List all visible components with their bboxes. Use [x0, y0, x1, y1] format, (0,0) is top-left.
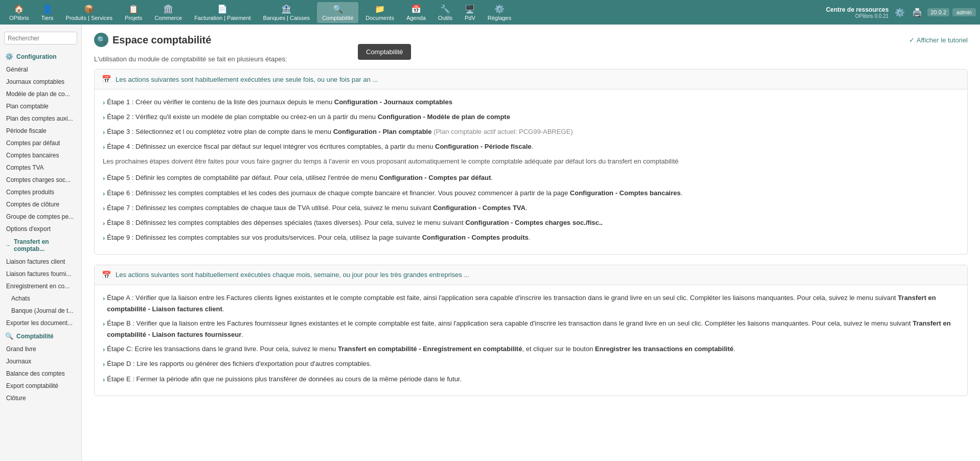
- sidebar-item-comptes-charges[interactable]: Comptes charges soc...: [0, 174, 81, 186]
- nav-produits[interactable]: 📦 Produits | Services: [61, 2, 118, 23]
- resource-title: Centre de ressources: [826, 6, 889, 13]
- arrow-icon-5: ›: [103, 173, 105, 184]
- nav-outils-label: Outils: [438, 15, 452, 21]
- step3-text: Étape 3 : Sélectionnez et l ou complétez…: [107, 126, 573, 137]
- sidebar-item-cloture[interactable]: Clôture: [0, 392, 81, 404]
- sidebar-item-comptes-bancaires[interactable]: Comptes bancaires: [0, 149, 81, 162]
- sidebar-item-plan-comptes-aux[interactable]: Plan des comptes auxi...: [0, 112, 81, 125]
- stepD: ›Étape D : Lire les rapports ou générer …: [103, 358, 959, 370]
- search-input[interactable]: [8, 35, 82, 42]
- commerce-icon: 🏛️: [163, 4, 173, 14]
- nav-pdv[interactable]: 🖥️ PdV: [460, 2, 481, 23]
- sidebar-item-exporter-documents[interactable]: Exporter les document...: [0, 317, 81, 329]
- stepB-text: Étape B : Vérifier que la liaison entre …: [107, 318, 959, 340]
- sidebar-item-modele-plan[interactable]: Modèle de plan de co...: [0, 88, 81, 100]
- configuration-section-icon: ⚙️: [5, 53, 13, 60]
- intro-text: L'utilisation du module de comptabilité …: [94, 55, 968, 63]
- nav-pdv-label: PdV: [465, 15, 475, 21]
- step8: ›Étape 8 : Définissez les comptes compta…: [103, 217, 959, 229]
- nav-agenda[interactable]: 📅 Agenda: [401, 2, 431, 23]
- sidebar-item-liaison-client[interactable]: Liaison factures client: [0, 256, 81, 268]
- step5-text: Étape 5 : Définir les comptes de comptab…: [107, 172, 493, 183]
- admin-badge[interactable]: admin: [952, 8, 976, 16]
- comptabilite-tooltip: Comptabilité: [358, 44, 411, 60]
- step1-text: Étape 1 : Créer ou vérifier le contenu d…: [107, 97, 452, 108]
- produits-icon: 📦: [84, 4, 94, 14]
- sidebar-section-transfert[interactable]: → Transfert en comptab...: [0, 235, 81, 256]
- nav-items-left: 🏠 OPlibris 👤 Tiers 📦 Produits | Services…: [4, 2, 826, 23]
- content-title-area: 🔍 Espace comptabilité: [94, 33, 211, 47]
- sidebar-search-container[interactable]: 🔍: [4, 32, 77, 44]
- step4: ›Étape 4 : Définissez un exercice fiscal…: [103, 141, 959, 153]
- transfert-title: Transfert en comptab...: [14, 238, 76, 252]
- sidebar-item-liaison-fournisseur[interactable]: Liaison factures fourni...: [0, 268, 81, 280]
- stepE: ›Étape E : Fermer la période afin que ne…: [103, 374, 959, 385]
- reglages-icon: ⚙️: [494, 4, 505, 14]
- nav-banques[interactable]: 🏦 Banques | Caisses: [258, 2, 315, 23]
- nav-documents-label: Documents: [366, 15, 394, 21]
- step9: ›Étape 9 : Définissez les comptes compta…: [103, 232, 959, 244]
- home-icon: 🏠: [14, 4, 24, 14]
- sidebar-item-comptes-produits[interactable]: Comptes produits: [0, 186, 81, 198]
- sidebar-item-enregistrement[interactable]: Enregistrement en co...: [0, 280, 81, 292]
- nav-reglages[interactable]: ⚙️ Réglages: [483, 2, 516, 23]
- nav-commerce-label: Commerce: [154, 15, 182, 21]
- nav-comptabilite-label: Comptabilité: [322, 15, 353, 21]
- sidebar-item-banque[interactable]: Banque (Journal de t...: [0, 305, 81, 317]
- print-icon-btn[interactable]: 🖨️: [910, 6, 924, 19]
- arrow-icon-B: ›: [103, 318, 105, 330]
- nav-produits-label: Produits | Services: [66, 15, 113, 21]
- section2-header-text: Les actions suivantes sont habituellemen…: [116, 271, 469, 279]
- sidebar-item-journaux-comptables[interactable]: Journaux comptables: [0, 76, 81, 88]
- nav-tiers[interactable]: 👤 Tiers: [36, 2, 59, 23]
- projets-icon: 📋: [128, 4, 139, 14]
- nav-facturation[interactable]: 📄 Facturation | Paiement: [189, 2, 256, 23]
- sidebar-item-plan-comptable[interactable]: Plan comptable: [0, 100, 81, 112]
- stepB: ›Étape B : Vérifier que la liaison entre…: [103, 318, 959, 340]
- section1-body: ›Étape 1 : Créer ou vérifier le contenu …: [95, 89, 967, 254]
- nav-outils[interactable]: 🔧 Outils: [433, 2, 458, 23]
- nav-agenda-label: Agenda: [406, 15, 426, 21]
- section2-body: ›Étape A : Vérifier que la liaison entre…: [95, 285, 967, 396]
- nav-projets[interactable]: 📋 Projets: [120, 2, 147, 23]
- step9-text: Étape 9 : Définissez les comptes comptab…: [107, 232, 530, 243]
- sidebar-item-journaux[interactable]: Journaux: [0, 355, 81, 367]
- step2: ›Étape 2 : Vérifiez qu'il existe un modè…: [103, 111, 959, 123]
- nav-commerce[interactable]: 🏛️ Commerce: [149, 2, 187, 23]
- nav-tiers-label: Tiers: [41, 15, 54, 21]
- comptabilite-icon: 🔍: [333, 4, 343, 14]
- sidebar-item-grand-livre[interactable]: Grand livre: [0, 343, 81, 355]
- sidebar-item-achats[interactable]: Achats: [0, 292, 81, 305]
- section-monthly: 📅 Les actions suivantes sont habituellem…: [94, 265, 968, 396]
- calendar2-icon: 📅: [102, 270, 111, 280]
- sidebar-item-periode-fiscale[interactable]: Période fiscale: [0, 125, 81, 137]
- sidebar-item-balance-comptes[interactable]: Balance des comptes: [0, 367, 81, 380]
- settings-icon-btn[interactable]: ⚙️: [893, 6, 907, 19]
- step6: ›Étape 6 : Définissez les comptes compta…: [103, 188, 959, 199]
- sidebar-item-groupe-comptes[interactable]: Groupe de comptes pe...: [0, 211, 81, 223]
- step7-text: Étape 7 : Définissez les comptes comptab…: [107, 202, 527, 214]
- sidebar-item-comptes-cloture[interactable]: Comptes de clôture: [0, 198, 81, 211]
- stepA: ›Étape A : Vérifier que la liaison entre…: [103, 292, 959, 315]
- nav-oplibris[interactable]: 🏠 OPlibris: [4, 2, 34, 23]
- sidebar-item-comptes-tva[interactable]: Comptes TVA: [0, 162, 81, 174]
- tutorial-link[interactable]: ✓ Afficher le tutoriel: [909, 36, 968, 44]
- sidebar-item-general[interactable]: Général: [0, 63, 81, 76]
- section1-header[interactable]: 📅 Les actions suivantes sont habituellem…: [95, 70, 967, 89]
- sidebar-item-options-export[interactable]: Options d'export: [0, 223, 81, 235]
- nav-documents[interactable]: 📁 Documents: [360, 2, 399, 23]
- stepC: › Étape C: Ecrire les transactions dans …: [103, 343, 959, 355]
- sidebar-item-comptes-defaut[interactable]: Comptes par défaut: [0, 137, 81, 149]
- arrow-icon-E: ›: [103, 374, 105, 385]
- stepD-text: Étape D : Lire les rapports ou générer d…: [107, 358, 371, 370]
- sidebar-item-export-comptabilite[interactable]: Export comptabilité: [0, 380, 81, 392]
- arrow-icon-4: ›: [103, 142, 105, 153]
- section2-header[interactable]: 📅 Les actions suivantes sont habituellem…: [95, 265, 967, 285]
- sidebar-section-configuration: ⚙️ Configuration: [0, 50, 81, 63]
- step6-text: Étape 6 : Définissez les comptes comptab…: [107, 188, 682, 199]
- arrow-icon-A: ›: [103, 293, 105, 304]
- nav-comptabilite[interactable]: 🔍 Comptabilité: [317, 2, 358, 23]
- nav-right: Centre de ressources OPlibris 0.0.21 ⚙️ …: [826, 6, 976, 19]
- section-once-per-year: 📅 Les actions suivantes sont habituellem…: [94, 69, 968, 255]
- step1: ›Étape 1 : Créer ou vérifier le contenu …: [103, 97, 959, 108]
